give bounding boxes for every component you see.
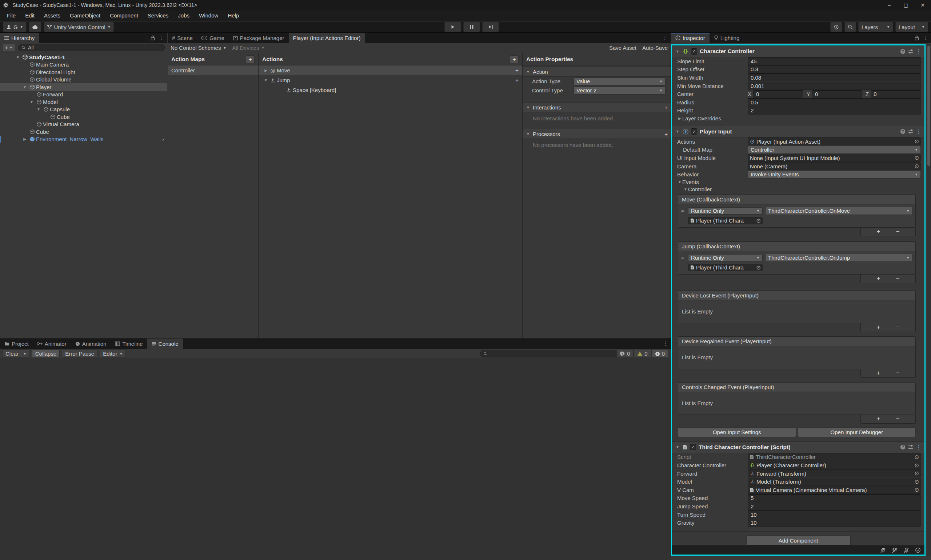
open-input-debugger-button[interactable]: Open Input Debugger <box>798 427 916 437</box>
tree-row[interactable]: Cube <box>0 128 167 135</box>
ui-input-module-field[interactable]: None (Input System UI Input Module) ⊙ <box>748 154 921 162</box>
menu-assets[interactable]: Assets <box>39 10 65 21</box>
min-move-distance-field[interactable]: 0.001 <box>748 82 921 90</box>
hierarchy-search-input[interactable] <box>27 45 162 51</box>
tab-console[interactable]: Console <box>147 338 183 349</box>
tab-input-actions-editor[interactable]: Player (Input Actions Editor) <box>289 33 365 43</box>
tab-inspector[interactable]: Inspector <box>671 33 709 43</box>
add-component-button[interactable]: Add Component <box>746 535 851 545</box>
object-picker-icon[interactable]: ⊙ <box>914 462 919 469</box>
auto-save-button[interactable]: Auto-Save <box>642 45 668 51</box>
warning-count-toggle[interactable]: ! 0 <box>634 350 651 357</box>
skin-width-field[interactable]: 0.08 <box>748 74 921 82</box>
controller-events-foldout[interactable]: ▼ Controller <box>672 186 925 193</box>
panel-menu-icon[interactable]: ⋮ <box>662 35 668 41</box>
lock-icon[interactable] <box>151 35 155 40</box>
control-schemes-dropdown[interactable]: No Control Schemes▼ <box>171 45 226 51</box>
search-button[interactable] <box>845 22 856 32</box>
tab-game[interactable]: Game <box>197 33 229 43</box>
remove-event-button[interactable]: − <box>896 275 900 282</box>
inspector-menu-icon[interactable]: ⋮ <box>923 35 928 41</box>
tree-row-scene[interactable]: ▼ StudyCase1-1 <box>0 54 167 61</box>
tree-row[interactable]: Global Volume <box>0 76 167 84</box>
foldout-icon[interactable]: ▶ <box>22 137 28 141</box>
prefab-open-chevron-icon[interactable]: › <box>162 136 164 142</box>
tree-row-player-selected[interactable]: ▼ Player <box>0 83 167 91</box>
object-picker-icon[interactable]: ⊙ <box>914 155 919 161</box>
lock-icon[interactable] <box>915 35 919 40</box>
binding-row-space[interactable]: Space [Keyboard] <box>259 85 522 95</box>
pause-button[interactable] <box>463 22 480 32</box>
menu-services[interactable]: Services <box>143 10 174 21</box>
action-type-dropdown[interactable]: Value▼ <box>574 77 666 85</box>
add-event-button[interactable]: + <box>876 369 880 377</box>
event-target-field[interactable]: # Player (Third Chara ⊙ <box>688 264 763 271</box>
component-enabled-checkbox[interactable]: ✓ <box>691 48 697 55</box>
undo-history-button[interactable] <box>830 22 842 32</box>
tab-package-manager[interactable]: Package Manager <box>229 33 289 43</box>
action-section-header[interactable]: ▼Action <box>523 66 671 77</box>
turn-speed-field[interactable]: 10 <box>748 511 921 518</box>
player-input-header[interactable]: ▼ ✓ Player Input ? ⋮ <box>672 126 925 137</box>
event-function-dropdown[interactable]: ThirdCharacterController.OnJump▼ <box>765 254 913 262</box>
gravity-field[interactable]: 10 <box>748 519 921 527</box>
help-icon[interactable]: ? <box>900 129 906 134</box>
minimize-button[interactable]: – <box>881 0 897 10</box>
tree-row-prefab[interactable]: ▶ Environment_Narrow_Walls › <box>0 135 167 143</box>
maximize-button[interactable]: ▢ <box>897 0 914 10</box>
center-x-field[interactable]: 0 <box>753 90 803 98</box>
status-ok-icon[interactable] <box>915 547 921 553</box>
tab-lighting[interactable]: Lighting <box>709 33 744 43</box>
help-icon[interactable]: ? <box>900 49 906 54</box>
add-event-button[interactable]: + <box>876 324 880 331</box>
play-button[interactable] <box>445 22 461 32</box>
model-field[interactable]: Model (Transform) ⊙ <box>748 478 921 486</box>
layers-dropdown[interactable]: Layers ▼ <box>858 22 893 32</box>
hierarchy-menu-icon[interactable]: ⋮ <box>159 35 164 41</box>
account-button[interactable]: G ▼ <box>3 22 26 32</box>
object-picker-icon[interactable]: ⊙ <box>914 163 919 169</box>
step-offset-field[interactable]: 0.3 <box>748 65 921 74</box>
menu-jobs[interactable]: Jobs <box>173 10 194 21</box>
component-menu-icon[interactable]: ⋮ <box>916 128 922 135</box>
menu-gameobject[interactable]: GameObject <box>65 10 105 21</box>
move-speed-field[interactable]: 5 <box>748 494 921 502</box>
open-input-settings-button[interactable]: Open Input Settings <box>678 427 796 437</box>
foldout-icon[interactable]: ▼ <box>35 107 42 111</box>
tree-row[interactable]: Cube <box>0 113 167 121</box>
version-control-button[interactable]: Unity Version Control ▼ <box>44 22 114 32</box>
menu-file[interactable]: File <box>2 10 20 21</box>
hierarchy-search[interactable] <box>18 44 165 51</box>
foldout-icon[interactable]: ▼ <box>28 100 35 104</box>
forward-field[interactable]: Forward (Transform) ⊙ <box>748 469 921 477</box>
tree-row[interactable]: Directional Light <box>0 68 167 76</box>
devices-dropdown[interactable]: All Devices▼ <box>232 45 265 51</box>
menu-help[interactable]: Help <box>223 10 244 21</box>
layout-dropdown[interactable]: Layout ▼ <box>896 22 928 32</box>
object-picker-icon[interactable]: ⊙ <box>756 217 761 224</box>
height-field[interactable]: 2 <box>748 106 921 115</box>
save-asset-button[interactable]: Save Asset <box>609 45 636 51</box>
foldout-icon[interactable]: ▼ <box>675 49 680 54</box>
tree-row[interactable]: Virtual Camera <box>0 121 167 128</box>
debug-disabled-icon[interactable] <box>880 547 886 553</box>
object-picker-icon[interactable]: ⊙ <box>914 470 919 477</box>
console-search-input[interactable] <box>489 351 625 357</box>
foldout-icon[interactable]: ▼ <box>263 78 269 82</box>
overlay-disabled-icon[interactable] <box>892 547 897 553</box>
scrollbar-thumb[interactable] <box>927 46 930 166</box>
menu-component[interactable]: Component <box>105 10 143 21</box>
camera-field[interactable]: None (Camera) ⊙ <box>748 162 921 170</box>
tree-row[interactable]: ▼ Model <box>0 98 167 106</box>
object-picker-icon[interactable]: ⊙ <box>914 486 919 493</box>
add-binding-button[interactable]: + <box>516 67 519 74</box>
component-menu-icon[interactable]: ⋮ <box>916 48 922 55</box>
component-menu-icon[interactable]: ⋮ <box>916 444 922 451</box>
add-event-button[interactable]: + <box>876 275 880 282</box>
step-button[interactable] <box>482 22 499 32</box>
tree-row[interactable]: ▼ Capsule <box>0 106 167 114</box>
close-button[interactable]: ✕ <box>914 0 931 10</box>
presets-icon[interactable] <box>908 445 914 449</box>
info-count-toggle[interactable]: ! 0 <box>616 350 634 357</box>
foldout-icon[interactable]: ▼ <box>675 129 680 134</box>
